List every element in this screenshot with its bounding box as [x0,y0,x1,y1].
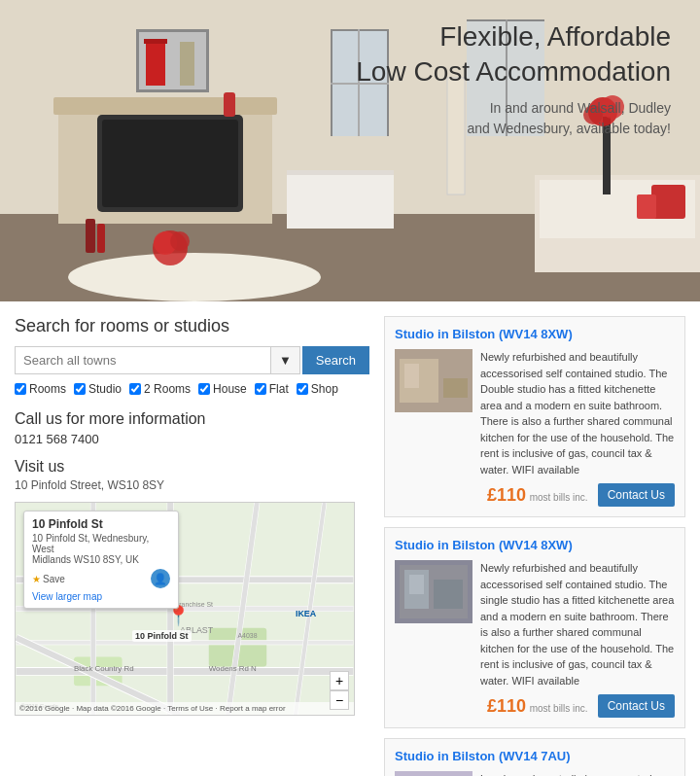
svg-rect-36 [86,219,95,253]
star-icon: ★ [32,574,41,584]
map-pin-label: 10 Pinfold St [132,630,192,642]
svg-rect-37 [97,224,105,253]
svg-rect-28 [224,92,235,117]
listing-1-price: £110 most bills inc. [487,485,588,506]
svg-text:A4038: A4038 [238,632,258,639]
listing-3-thumbnail [395,771,472,776]
svg-rect-25 [146,39,165,86]
listing-2-body: Newly refurbished and beautifully access… [395,560,675,688]
svg-rect-27 [180,42,194,86]
visit-address: 10 Pinfold Street, WS10 8SY [15,478,369,492]
hero-title: Flexible, Affordable Low Cost Accommodat… [356,19,671,90]
svg-rect-21 [287,170,394,229]
filter-2rooms-checkbox[interactable] [129,383,141,395]
call-title: Call us for more information [15,410,369,428]
listing-2-contact-button[interactable]: Contact Us [598,694,675,718]
svg-text:Wodens Rd N: Wodens Rd N [209,664,257,673]
map-save[interactable]: ★ Save [32,574,65,584]
listing-card-3: Studio in Bilston (WV14 7AU) [384,738,685,776]
phone-number: 0121 568 7400 [15,432,369,446]
svg-rect-71 [443,378,468,398]
map-popup: 10 Pinfold St 10 Pinfold St, Wednesbury,… [23,511,179,609]
svg-rect-5 [102,120,238,207]
filter-2rooms-label: 2 Rooms [144,382,191,396]
filter-flat-checkbox[interactable] [255,383,266,395]
listing-3-title: Studio in Bilston (WV14 7AU) [395,749,675,763]
filter-house[interactable]: House [198,382,247,396]
map-zoom-in-button[interactable]: + [330,671,349,690]
main-content: Search for rooms or studios ▼ Search Roo… [0,301,700,776]
hero-subtitle: In and around Walsall, Dudley and Wednes… [356,98,671,139]
listing-2-price: £110 most bills inc. [487,696,588,717]
map-popup-title: 10 Pinfold St [32,517,170,531]
search-section: Search for rooms or studios ▼ Search Roo… [15,316,369,396]
listing-3-image [395,771,472,776]
svg-rect-70 [424,369,436,388]
svg-rect-76 [409,575,424,594]
save-label: Save [43,574,65,584]
listing-1-title: Studio in Bilston (WV14 8XW) [395,327,675,341]
hero-section: Flexible, Affordable Low Cost Accommodat… [0,0,700,301]
call-section: Call us for more information 0121 568 74… [15,410,369,446]
filter-house-checkbox[interactable] [198,383,210,395]
listing-2-title: Studio in Bilston (WV14 8XW) [395,538,675,552]
svg-text:Black Country Rd: Black Country Rd [74,664,134,673]
listing-2-image [395,560,472,623]
listing-card-1: Studio in Bilston (WV14 8XW) Newly refur… [384,316,685,517]
map-popup-address: 10 Pinfold St, Wednesbury, West Midlands… [32,533,170,565]
filter-flat-label: Flat [269,382,289,396]
filter-studio-checkbox[interactable] [74,383,86,395]
left-column: Search for rooms or studios ▼ Search Roo… [15,316,384,776]
map-controls: + − [330,671,349,710]
listing-1-description: Newly refurbished and beautifully access… [480,349,675,477]
view-larger-map-link[interactable]: View larger map [32,591,170,602]
search-button[interactable]: Search [302,346,369,374]
search-dropdown-arrow[interactable]: ▼ [271,346,300,374]
listing-3-body: Lovely modern studio in a converted new … [395,771,675,776]
filter-rooms-checkbox[interactable] [15,383,26,395]
filter-shop-checkbox[interactable] [297,383,308,395]
map-zoom-out-button[interactable]: − [330,690,349,710]
filter-shop-label: Shop [311,382,338,396]
svg-rect-75 [434,580,463,609]
filter-studio-label: Studio [88,382,122,396]
listing-1-body: Newly refurbished and beautifully access… [395,349,675,477]
map-container[interactable]: Stafford Rd Franchise St A4038 Black Cou… [15,502,355,716]
svg-point-6 [68,253,321,301]
svg-rect-22 [287,170,394,175]
hero-overlay: Flexible, Affordable Low Cost Accommodat… [356,19,671,139]
filter-studio[interactable]: Studio [74,382,122,396]
svg-rect-9 [651,185,685,219]
svg-rect-3 [53,97,277,115]
search-input[interactable] [15,346,271,374]
listing-2-description: Newly refurbished and beautifully access… [480,560,675,688]
filter-shop[interactable]: Shop [297,382,338,396]
svg-rect-26 [144,39,167,44]
listing-1-footer: £110 most bills inc. Contact Us [395,483,675,507]
filter-2rooms[interactable]: 2 Rooms [129,382,191,396]
listing-1-thumbnail [395,349,472,412]
listing-3-description: Lovely modern studio in a converted new … [480,771,675,776]
svg-rect-10 [637,194,656,219]
visit-section: Visit us 10 Pinfold Street, WS10 8SY [15,458,369,492]
map-person-icon: 👤 [151,569,170,588]
right-column: Studio in Bilston (WV14 8XW) Newly refur… [384,316,685,776]
svg-point-31 [170,231,190,251]
listing-2-thumbnail [395,560,472,623]
filter-rooms[interactable]: Rooms [15,382,66,396]
svg-text:IKEA: IKEA [296,609,317,618]
search-bar: ▼ Search [15,346,369,374]
filter-flat[interactable]: Flat [255,382,289,396]
visit-title: Visit us [15,458,369,476]
map-footer: ©2016 Google · Map data ©2016 Google · T… [16,702,354,715]
map-popup-actions: ★ Save 👤 [32,569,170,588]
filter-rooms-label: Rooms [29,382,66,396]
search-title: Search for rooms or studios [15,316,369,336]
filter-row: Rooms Studio 2 Rooms House Flat [15,382,369,396]
listing-2-footer: £110 most bills inc. Contact Us [395,694,675,718]
svg-rect-69 [404,364,419,388]
svg-rect-77 [395,771,472,776]
listing-1-image [395,349,472,412]
listing-1-contact-button[interactable]: Contact Us [598,483,675,507]
listing-card-2: Studio in Bilston (WV14 8XW) Newly refur… [384,527,685,728]
